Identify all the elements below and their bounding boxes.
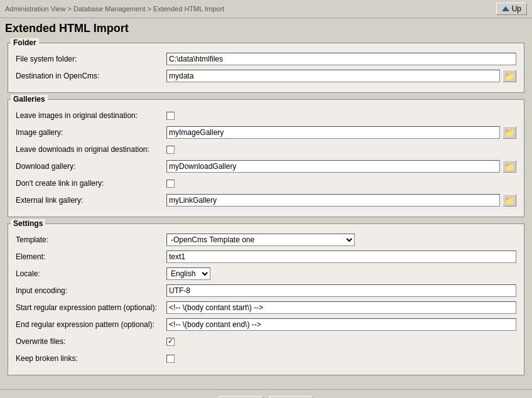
file-system-folder-label: File system folder: (16, 55, 166, 63)
external-link-gallery-label: External link gallery: (16, 196, 166, 205)
locale-select[interactable]: English German French (166, 267, 210, 280)
leave-images-label: Leave images in original destination: (16, 111, 166, 120)
element-input[interactable] (166, 250, 516, 263)
image-gallery-input[interactable] (166, 126, 500, 139)
image-gallery-folder-button[interactable]: 📁 (502, 126, 516, 139)
template-label: Template: (16, 235, 166, 244)
overwrite-files-label: Overwrite files: (16, 337, 166, 346)
file-system-folder-row: File system folder: (16, 52, 516, 66)
keep-broken-links-checkbox[interactable] (166, 355, 175, 363)
overwrite-files-row: Overwrite files: (16, 335, 516, 348)
galleries-legend: Galleries (11, 95, 48, 104)
template-wrap: -OpenCms Template one Template two Templ… (166, 234, 516, 246)
overwrite-files-wrap (166, 338, 516, 346)
settings-section: Settings Template: -OpenCms Template one… (8, 223, 524, 375)
breadcrumb: Administration View > Database Managemen… (5, 5, 224, 13)
download-gallery-folder-button[interactable]: 📁 (502, 160, 516, 173)
leave-downloads-wrap (166, 146, 516, 154)
external-link-gallery-wrap: 📁 (166, 194, 516, 207)
start-regex-wrap (166, 301, 516, 314)
button-bar: Ok Cancel (0, 389, 532, 398)
file-system-folder-input[interactable] (166, 53, 516, 65)
download-gallery-wrap: 📁 (166, 160, 516, 173)
input-encoding-row: Input encoding: (16, 284, 516, 298)
external-link-gallery-folder-button[interactable]: 📁 (502, 194, 516, 207)
end-regex-wrap (166, 318, 516, 331)
image-gallery-label: Image gallery: (16, 128, 166, 137)
external-link-gallery-input[interactable] (166, 194, 500, 207)
input-encoding-input[interactable] (166, 284, 516, 297)
end-regex-label: End regular expression pattern (optional… (16, 320, 166, 329)
no-link-gallery-label: Don't create link in gallery: (16, 179, 166, 188)
galleries-section: Galleries Leave images in original desti… (8, 99, 524, 217)
external-link-gallery-row: External link gallery: 📁 (16, 193, 516, 207)
input-encoding-label: Input encoding: (16, 286, 166, 295)
element-row: Element: (16, 250, 516, 264)
no-link-gallery-row: Don't create link in gallery: (16, 176, 516, 190)
no-link-gallery-wrap (166, 180, 516, 188)
download-gallery-row: Download gallery: 📁 (16, 159, 516, 173)
start-regex-label: Start regular expression pattern (option… (16, 303, 166, 312)
folder-section: Folder File system folder: Destination i… (8, 43, 524, 93)
leave-images-row: Leave images in original destination: (16, 109, 516, 122)
download-gallery-label: Download gallery: (16, 162, 166, 171)
locale-label: Locale: (16, 269, 166, 278)
download-gallery-input[interactable] (166, 160, 500, 173)
destination-opencms-label: Destination in OpenCms: (16, 72, 166, 80)
leave-images-wrap (166, 112, 516, 120)
leave-downloads-checkbox[interactable] (166, 146, 175, 154)
locale-wrap: English German French (166, 267, 516, 280)
folder-icon: 📁 (504, 162, 514, 171)
page-title-area: Extended HTML Import (0, 18, 532, 40)
element-wrap (166, 250, 516, 263)
settings-legend: Settings (11, 219, 45, 228)
no-link-gallery-checkbox[interactable] (166, 180, 175, 188)
leave-images-checkbox[interactable] (166, 112, 175, 120)
main-content: Folder File system folder: Destination i… (0, 40, 532, 389)
leave-downloads-row: Leave downloads in original destination: (16, 143, 516, 156)
element-label: Element: (16, 252, 166, 261)
keep-broken-links-row: Keep broken links: (16, 352, 516, 365)
locale-row: Locale: English German French (16, 267, 516, 281)
destination-folder-button[interactable]: 📁 (502, 70, 516, 82)
template-row: Template: -OpenCms Template one Template… (16, 233, 516, 247)
start-regex-row: Start regular expression pattern (option… (16, 301, 516, 315)
keep-broken-links-label: Keep broken links: (16, 354, 166, 363)
start-regex-input[interactable] (166, 301, 516, 314)
up-arrow-icon (502, 6, 509, 11)
input-encoding-wrap (166, 284, 516, 297)
end-regex-row: End regular expression pattern (optional… (16, 318, 516, 331)
top-bar: Administration View > Database Managemen… (0, 0, 532, 18)
template-select[interactable]: -OpenCms Template one Template two Templ… (166, 234, 355, 246)
page-title: Extended HTML Import (5, 22, 527, 35)
folder-icon: 📁 (504, 128, 514, 137)
folder-legend: Folder (11, 38, 39, 47)
end-regex-input[interactable] (166, 318, 516, 331)
overwrite-files-checkbox[interactable] (166, 338, 175, 346)
destination-opencms-row: Destination in OpenCms: 📁 (16, 69, 516, 83)
keep-broken-links-wrap (166, 355, 516, 363)
folder-icon: 📁 (504, 196, 514, 205)
destination-opencms-wrap: 📁 (166, 70, 516, 82)
folder-icon: 📁 (504, 72, 514, 81)
image-gallery-wrap: 📁 (166, 126, 516, 139)
file-system-folder-wrap (166, 53, 516, 65)
image-gallery-row: Image gallery: 📁 (16, 126, 516, 139)
destination-opencms-input[interactable] (166, 70, 500, 82)
up-button[interactable]: Up (496, 3, 527, 15)
leave-downloads-label: Leave downloads in original destination: (16, 145, 166, 154)
